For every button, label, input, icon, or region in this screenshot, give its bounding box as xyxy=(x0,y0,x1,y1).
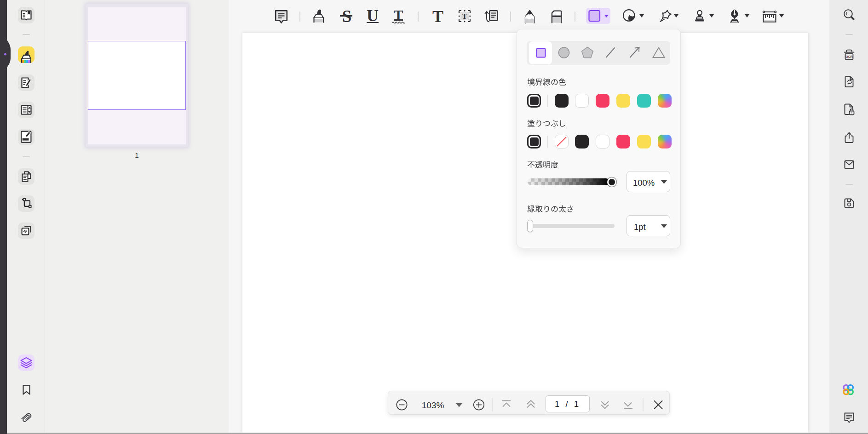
svg-text:OCR: OCR xyxy=(845,55,853,58)
svg-text:T: T xyxy=(462,12,467,21)
